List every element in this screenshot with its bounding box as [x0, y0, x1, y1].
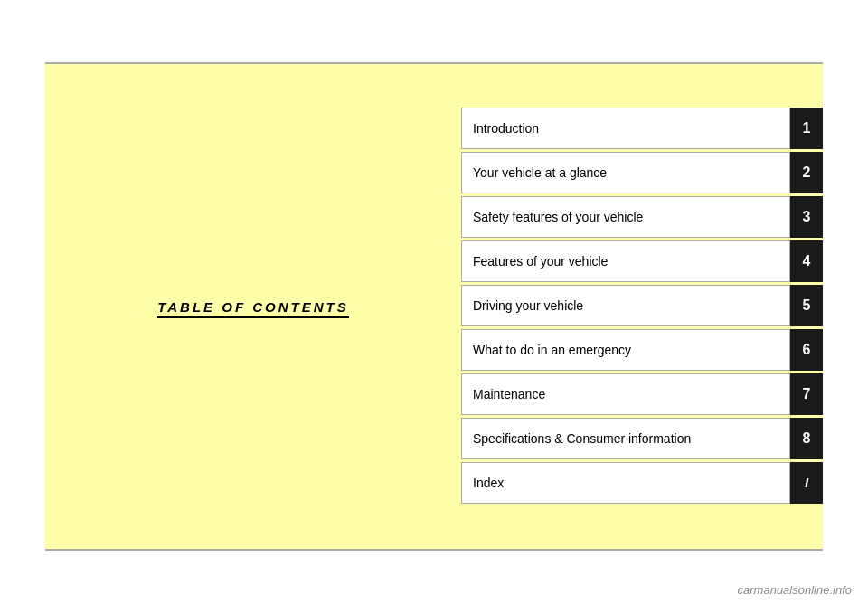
table-row[interactable]: Introduction1: [461, 108, 823, 149]
watermark: carmanualsonline.info: [738, 583, 852, 597]
toc-item-number: 6: [790, 329, 823, 371]
toc-item-label: Your vehicle at a glance: [461, 152, 790, 193]
toc-item-label: Features of your vehicle: [461, 240, 790, 282]
toc-item-number: 5: [790, 285, 823, 326]
table-row[interactable]: What to do in an emergency6: [461, 329, 823, 371]
toc-item-number: 2: [790, 152, 823, 193]
toc-item-number: I: [790, 462, 823, 504]
table-row[interactable]: Your vehicle at a glance2: [461, 152, 823, 193]
table-row[interactable]: Safety features of your vehicle3: [461, 196, 823, 238]
toc-list: Introduction1Your vehicle at a glance2Sa…: [461, 64, 823, 549]
toc-item-label: Index: [461, 462, 790, 504]
table-row[interactable]: Driving your vehicle5: [461, 285, 823, 326]
toc-title: TABLE OF CONTENTS: [157, 299, 349, 315]
page-container: TABLE OF CONTENTS Introduction1Your vehi…: [45, 62, 823, 551]
toc-item-number: 3: [790, 196, 823, 238]
toc-item-label: Safety features of your vehicle: [461, 196, 790, 238]
toc-item-number: 1: [790, 108, 823, 149]
table-row[interactable]: Maintenance7: [461, 373, 823, 415]
toc-item-number: 4: [790, 240, 823, 282]
toc-item-label: Maintenance: [461, 373, 790, 415]
toc-item-number: 7: [790, 373, 823, 415]
toc-item-number: 8: [790, 418, 823, 459]
toc-item-label: Introduction: [461, 108, 790, 149]
toc-item-label: Specifications & Consumer information: [461, 418, 790, 459]
table-row[interactable]: Specifications & Consumer information8: [461, 418, 823, 459]
table-row[interactable]: Features of your vehicle4: [461, 240, 823, 282]
toc-item-label: What to do in an emergency: [461, 329, 790, 371]
left-panel: TABLE OF CONTENTS: [45, 64, 461, 549]
toc-item-label: Driving your vehicle: [461, 285, 790, 326]
table-row[interactable]: IndexI: [461, 462, 823, 504]
